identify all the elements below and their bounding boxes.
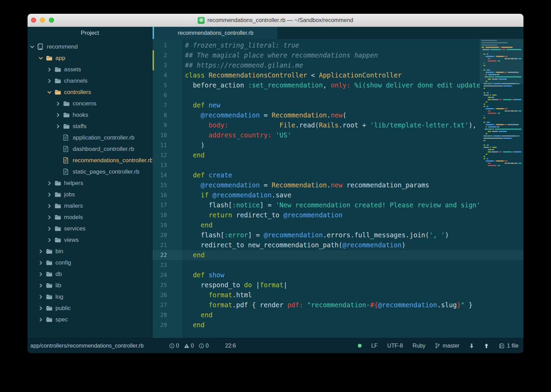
code-line-29[interactable]: 29 end (153, 320, 523, 330)
tree-item-hooks[interactable]: hooks (28, 109, 152, 121)
line-ending-indicator[interactable]: LF (371, 343, 378, 349)
code-line-12[interactable]: 12 end (153, 150, 523, 160)
chevron-right-icon[interactable] (48, 204, 54, 208)
chevron-right-icon[interactable] (48, 227, 54, 231)
cursor-position[interactable]: 22:6 (225, 343, 236, 349)
code-line-1[interactable]: 1# frozen_string_literal: true (153, 40, 523, 50)
info-count[interactable]: 0 (199, 343, 209, 349)
line-text: respond_to do |format| (182, 280, 287, 290)
zoom-window-button[interactable] (49, 18, 54, 23)
git-branch[interactable]: master (435, 343, 459, 349)
folder-icon (54, 89, 64, 95)
code-line-21[interactable]: 21 redirect_to new_recommendation_path(@… (153, 240, 523, 250)
code-line-13[interactable]: 13 (153, 160, 523, 170)
close-window-button[interactable] (31, 18, 36, 23)
tree-item-application-controller-rb[interactable]: application_controller.rb (28, 132, 152, 143)
chevron-right-icon[interactable] (39, 249, 46, 254)
tree-item-concerns[interactable]: concerns (28, 98, 152, 109)
git-pull-icon[interactable] (469, 343, 474, 349)
code-line-7[interactable]: 7 def new (153, 100, 523, 110)
chevron-right-icon[interactable] (48, 238, 54, 242)
tree-item-recommend[interactable]: recommend (28, 41, 152, 52)
tree-item-public[interactable]: public (28, 302, 152, 314)
code-line-15[interactable]: 15 @recommendation = Recommendation.new … (153, 180, 523, 190)
minimize-window-button[interactable] (40, 18, 45, 23)
tree-item-controllers[interactable]: controllers (28, 86, 152, 98)
chevron-down-icon[interactable] (30, 45, 37, 49)
tree-item-bin[interactable]: bin (28, 246, 152, 257)
chevron-right-icon[interactable] (48, 79, 54, 83)
chevron-right-icon[interactable] (48, 68, 54, 72)
code-line-19[interactable]: 19 end (153, 220, 523, 230)
code-line-10[interactable]: 10 address_country: 'US' (153, 130, 523, 140)
tree-item-assets[interactable]: assets (28, 64, 152, 75)
chevron-right-icon[interactable] (39, 261, 46, 265)
tree-item-recommendations-controller-rb[interactable]: recommendations_controller.rb (28, 155, 152, 166)
chevron-right-icon[interactable] (48, 193, 54, 197)
code-line-26[interactable]: 26 format.html (153, 290, 523, 300)
chevron-right-icon[interactable] (56, 102, 63, 106)
tree-item-app[interactable]: app (28, 52, 152, 64)
code-line-4[interactable]: 4class RecommendationsController < Appli… (153, 70, 523, 80)
chevron-right-icon[interactable] (48, 181, 54, 185)
titlebar[interactable]: recommendations_controller.rb — ~/Sandbo… (28, 14, 523, 27)
main-area: Project recommendappassetschannelscontro… (28, 27, 523, 338)
chevron-down-icon[interactable] (39, 56, 46, 60)
code-line-27[interactable]: 27 format.pdf { render pdf: "recommendat… (153, 300, 523, 310)
tree-item-helpers[interactable]: helpers (28, 177, 152, 189)
chevron-right-icon[interactable] (56, 124, 63, 128)
code-line-2[interactable]: 2## The magical place where recommendati… (153, 50, 523, 60)
minimap-viewport[interactable] (480, 39, 523, 84)
tree-item-static-pages-controller-rb[interactable]: static_pages_controller.rb (28, 166, 152, 177)
tree-item-config[interactable]: config (28, 257, 152, 268)
tree-item-db[interactable]: db (28, 268, 152, 280)
language-indicator[interactable]: Ruby (413, 343, 425, 349)
code-line-5[interactable]: 5 before_action :set_recommendation, onl… (153, 80, 523, 90)
code-line-6[interactable]: 6 (153, 90, 523, 100)
warning-count[interactable]: 0 (184, 343, 194, 349)
code-line-23[interactable]: 23 (153, 260, 523, 270)
chevron-right-icon[interactable] (56, 113, 63, 117)
tree-item-log[interactable]: log (28, 291, 152, 302)
code-line-20[interactable]: 20 flash[:error] = @recommendation.error… (153, 230, 523, 240)
chevron-right-icon[interactable] (39, 318, 46, 322)
code-line-28[interactable]: 28 end (153, 310, 523, 320)
error-count[interactable]: 0 (169, 343, 179, 349)
git-push-icon[interactable] (484, 343, 489, 349)
chevron-right-icon[interactable] (39, 283, 46, 288)
code-line-8[interactable]: 8 @recommendation = Recommendation.new( (153, 110, 523, 120)
code-line-16[interactable]: 16 if @recommendation.save (153, 190, 523, 200)
tab-recommendations-controller[interactable]: recommendations_controller.rb (153, 27, 277, 39)
code-line-17[interactable]: 17 flash[:notice] = 'New recommendation … (153, 200, 523, 210)
tree-item-dashboard-controller-rb[interactable]: dashboard_controller.rb (28, 143, 152, 155)
chevron-right-icon[interactable] (39, 306, 46, 310)
code-line-9[interactable]: 9 body: File.read(Rails.root + 'lib/temp… (153, 120, 523, 130)
chevron-down-icon[interactable] (48, 90, 54, 94)
tree-item-models[interactable]: models (28, 212, 152, 223)
tree-item-spec[interactable]: spec (28, 314, 152, 325)
chevron-right-icon[interactable] (39, 295, 46, 299)
code-line-3[interactable]: 3## https://recommend.gilani.me (153, 60, 523, 70)
tree-item-channels[interactable]: channels (28, 75, 152, 86)
changed-files[interactable]: 1 file (499, 343, 519, 349)
folder-icon (46, 248, 55, 254)
code-line-14[interactable]: 14 def create (153, 170, 523, 180)
code-line-18[interactable]: 18 return redirect_to @recommendation (153, 210, 523, 220)
tree-item-views[interactable]: views (28, 234, 152, 246)
code-editor[interactable]: 1# frozen_string_literal: true2## The ma… (153, 39, 523, 338)
tree-item-staffs[interactable]: staffs (28, 121, 152, 132)
chevron-right-icon[interactable] (48, 215, 54, 219)
tree-item-lib[interactable]: lib (28, 280, 152, 291)
tree-item-jobs[interactable]: jobs (28, 189, 152, 200)
code-line-11[interactable]: 11 ) (153, 140, 523, 150)
minimap[interactable] (480, 39, 523, 170)
code-line-24[interactable]: 24 def show (153, 270, 523, 280)
code-line-22[interactable]: 22 end (153, 250, 523, 260)
tree-item-mailers[interactable]: mailers (28, 200, 152, 212)
chevron-right-icon[interactable] (39, 272, 46, 276)
code-line-25[interactable]: 25 respond_to do |format| (153, 280, 523, 290)
line-number: 27 (153, 302, 182, 308)
encoding-indicator[interactable]: UTF-8 (387, 343, 403, 349)
diagnostics[interactable]: 0 0 0 (169, 343, 209, 349)
tree-item-services[interactable]: services (28, 223, 152, 234)
